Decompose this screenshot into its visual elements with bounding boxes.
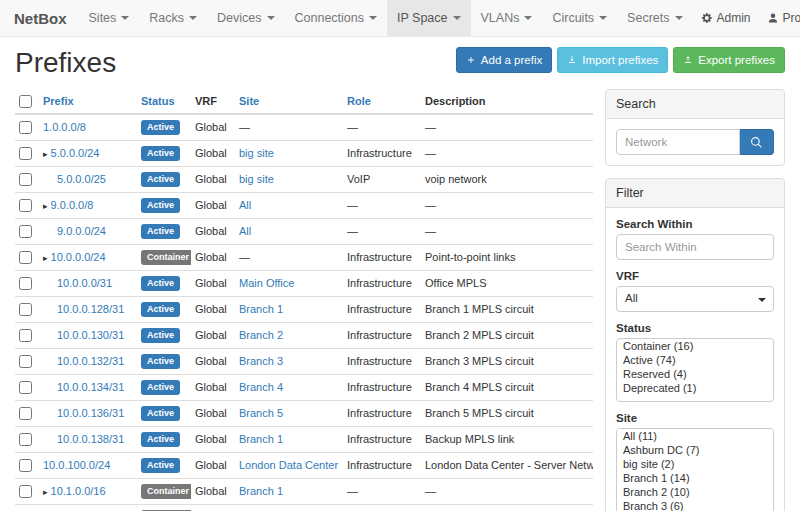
vrf-cell: Global xyxy=(191,270,235,296)
row-checkbox[interactable] xyxy=(19,225,32,238)
site-link[interactable]: Branch 1 xyxy=(239,303,283,315)
filter-option[interactable]: Ashburn DC (7) xyxy=(617,443,773,457)
filter-list-site[interactable]: All (11)Ashburn DC (7)big site (2)Branch… xyxy=(616,428,774,511)
import-prefixes-button[interactable]: Import prefixes xyxy=(557,47,668,73)
profile-link[interactable]: Profile xyxy=(759,0,800,36)
filter-option[interactable]: Branch 1 (14) xyxy=(617,471,773,485)
prefix-link[interactable]: 10.0.100.0/24 xyxy=(43,459,110,471)
expand-caret-icon[interactable]: ▸ xyxy=(43,149,48,159)
prefix-link[interactable]: 10.0.0.0/24 xyxy=(51,251,106,263)
row-checkbox[interactable] xyxy=(19,407,32,420)
prefix-link[interactable]: 10.0.0.134/31 xyxy=(57,381,124,393)
brand[interactable]: NetBox xyxy=(10,0,79,36)
row-checkbox[interactable] xyxy=(19,355,32,368)
filter-option[interactable]: Container (16) xyxy=(617,339,773,353)
filter-option[interactable]: Active (74) xyxy=(617,353,773,367)
prefix-link[interactable]: 10.0.0.136/31 xyxy=(57,407,124,419)
site-cell: Main Office xyxy=(235,270,343,296)
column-header-role[interactable]: Role xyxy=(343,89,421,114)
nav-item-sites[interactable]: Sites xyxy=(79,0,140,36)
nav-item-label: Sites xyxy=(89,11,117,25)
row-checkbox[interactable] xyxy=(19,277,32,290)
row-checkbox[interactable] xyxy=(19,251,32,264)
nav-item-label: Devices xyxy=(217,11,261,25)
nav-item-vlans[interactable]: VLANs xyxy=(471,0,543,36)
prefix-link[interactable]: 9.0.0.0/24 xyxy=(57,225,106,237)
nav-item-racks[interactable]: Racks xyxy=(139,0,207,36)
filter-list-status[interactable]: Container (16)Active (74)Reserved (4)Dep… xyxy=(616,338,774,402)
filter-option[interactable]: All (11) xyxy=(617,429,773,443)
select-all-checkbox[interactable] xyxy=(19,95,32,108)
vrf-cell: Global xyxy=(191,374,235,400)
site-link[interactable]: Branch 4 xyxy=(239,381,283,393)
chevron-down-icon xyxy=(599,16,607,20)
description-cell: Office MPLS xyxy=(421,270,593,296)
prefix-link[interactable]: 9.0.0.0/8 xyxy=(51,199,94,211)
row-checkbox[interactable] xyxy=(19,329,32,342)
prefix-link[interactable]: 10.0.0.130/31 xyxy=(57,329,124,341)
filter-option[interactable]: Reserved (4) xyxy=(617,367,773,381)
nav-item-devices[interactable]: Devices xyxy=(207,0,284,36)
status-badge: Active xyxy=(141,458,180,473)
row-checkbox[interactable] xyxy=(19,485,32,498)
description-cell: Branch 1 MPLS circuit xyxy=(421,296,593,322)
row-checkbox[interactable] xyxy=(19,459,32,472)
filter-option[interactable]: Branch 2 (10) xyxy=(617,485,773,499)
prefix-link[interactable]: 10.0.0.138/31 xyxy=(57,433,124,445)
site-link[interactable]: Branch 1 xyxy=(239,433,283,445)
site-link[interactable]: London Data Center xyxy=(239,459,338,471)
filter-option[interactable]: big site (2) xyxy=(617,457,773,471)
site-cell: Branch 5 xyxy=(235,400,343,426)
status-badge: Active xyxy=(141,172,180,187)
search-input[interactable] xyxy=(616,129,740,155)
prefix-link[interactable]: 1.0.0.0/8 xyxy=(43,121,86,133)
admin-link[interactable]: Admin xyxy=(693,0,759,36)
nav-item-circuits[interactable]: Circuits xyxy=(542,0,617,36)
site-link[interactable]: All xyxy=(239,199,251,211)
row-checkbox[interactable] xyxy=(19,199,32,212)
search-button[interactable] xyxy=(740,129,774,155)
user-icon xyxy=(767,12,779,24)
column-header-prefix[interactable]: Prefix xyxy=(39,89,137,114)
site-link[interactable]: Branch 2 xyxy=(239,329,283,341)
site-link[interactable]: big site xyxy=(239,173,274,185)
add-prefix-button[interactable]: Add a prefix xyxy=(456,47,552,73)
nav-item-secrets[interactable]: Secrets xyxy=(617,0,692,36)
site-link[interactable]: All xyxy=(239,225,251,237)
site-link[interactable]: Branch 3 xyxy=(239,355,283,367)
export-prefixes-button[interactable]: Export prefixes xyxy=(673,47,785,73)
site-link[interactable]: Main Office xyxy=(239,277,294,289)
row-checkbox[interactable] xyxy=(19,433,32,446)
description-cell: Branch 3 MPLS circuit xyxy=(421,348,593,374)
row-checkbox[interactable] xyxy=(19,147,32,160)
prefix-link[interactable]: 10.1.0.0/16 xyxy=(51,485,106,497)
site-link[interactable]: big site xyxy=(239,147,274,159)
role-cell: — xyxy=(343,218,421,244)
prefix-link[interactable]: 5.0.0.0/24 xyxy=(51,147,100,159)
site-cell: big site xyxy=(235,140,343,166)
row-checkbox[interactable] xyxy=(19,381,32,394)
status-badge: Active xyxy=(141,302,180,317)
site-link[interactable]: Branch 1 xyxy=(239,485,283,497)
prefix-link[interactable]: 5.0.0.0/25 xyxy=(57,173,106,185)
nav-item-connections[interactable]: Connections xyxy=(285,0,388,36)
expand-caret-icon[interactable]: ▸ xyxy=(43,253,48,263)
column-header-status[interactable]: Status xyxy=(137,89,191,114)
prefix-link[interactable]: 10.0.0.128/31 xyxy=(57,303,124,315)
expand-caret-icon[interactable]: ▸ xyxy=(43,201,48,211)
site-link[interactable]: Branch 5 xyxy=(239,407,283,419)
column-header-site[interactable]: Site xyxy=(235,89,343,114)
nav-item-label: Racks xyxy=(149,11,184,25)
filter-select-vrf[interactable]: All xyxy=(616,286,774,312)
filter-option[interactable]: Deprecated (1) xyxy=(617,381,773,395)
expand-caret-icon[interactable]: ▸ xyxy=(43,487,48,497)
filter-option[interactable]: Branch 3 (6) xyxy=(617,499,773,511)
prefix-link[interactable]: 10.0.0.132/31 xyxy=(57,355,124,367)
row-checkbox[interactable] xyxy=(19,121,32,134)
admin-label: Admin xyxy=(717,11,751,25)
row-checkbox[interactable] xyxy=(19,173,32,186)
nav-item-ip-space[interactable]: IP Space xyxy=(387,0,471,36)
prefix-link[interactable]: 10.0.0.0/31 xyxy=(57,277,112,289)
filter-input-search-within[interactable] xyxy=(616,234,774,260)
row-checkbox[interactable] xyxy=(19,303,32,316)
